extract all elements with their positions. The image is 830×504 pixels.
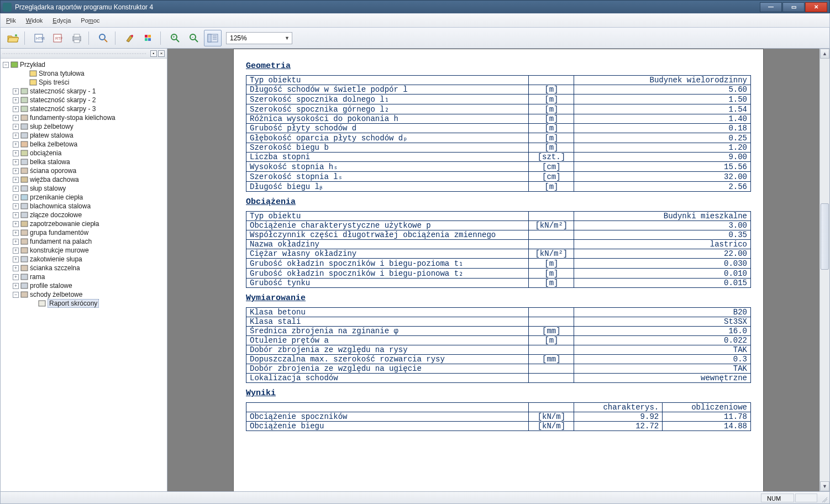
tree-item[interactable]: +rama [2, 272, 166, 281]
vertical-scrollbar[interactable]: ▲ ▼ [820, 49, 829, 491]
svg-rect-40 [21, 186, 28, 191]
svg-text:+: + [172, 34, 175, 40]
svg-rect-7 [74, 40, 80, 43]
svg-rect-52 [21, 292, 28, 297]
table-wymiarowanie: Klasa betonuB20Klasa staliSt3SXŚrednica … [246, 307, 751, 383]
print-button[interactable] [68, 30, 86, 46]
export-rtf-button[interactable]: RTF [49, 30, 67, 46]
statusbar: NUM [0, 492, 830, 504]
tree-item[interactable]: +płatew stalowa [2, 131, 166, 140]
tree-item[interactable]: +zapotrzebowanie ciepła [2, 219, 166, 228]
scroll-down-button[interactable]: ▼ [820, 481, 829, 491]
svg-rect-27 [30, 71, 36, 76]
svg-rect-42 [21, 203, 28, 209]
tree-item[interactable]: +ściana oporowa [2, 166, 166, 175]
svg-rect-11 [145, 35, 148, 38]
layout-button[interactable] [204, 30, 222, 46]
tree-item[interactable]: +fundamenty-stopa kielichowa [2, 113, 166, 122]
toolbar: HTML RTF + - 125%▼ [0, 28, 830, 49]
svg-rect-38 [21, 168, 28, 174]
window-title: Przeglądarka raportów programu Konstrukt… [15, 3, 759, 11]
tree-item[interactable]: +stateczność skarpy - 3 [2, 104, 166, 113]
tree-item[interactable]: +słup żelbetowy [2, 122, 166, 131]
scroll-thumb[interactable] [821, 203, 829, 270]
tree-item[interactable]: +konstrukcje murowe [2, 246, 166, 255]
tree-item[interactable]: +stateczność skarpy - 2 [2, 96, 166, 104]
tree-item[interactable]: +grupa fundamentów [2, 228, 166, 237]
svg-rect-31 [21, 106, 28, 112]
report-page: Geometria Typ obiektuBudynek wielorodzin… [233, 49, 764, 491]
highlight-button[interactable] [121, 30, 139, 46]
chevron-down-icon: ▼ [285, 35, 290, 41]
svg-rect-39 [21, 177, 28, 182]
svg-rect-26 [11, 62, 18, 67]
svg-rect-45 [21, 230, 28, 235]
tree-item[interactable]: −schody żelbetowe [2, 290, 166, 299]
tree-pin-button[interactable]: ▪ [150, 50, 157, 57]
svg-point-0 [15, 34, 17, 36]
export-html-button[interactable]: HTML [30, 30, 48, 46]
section-wymiarowanie: Wymiarowanie [246, 293, 751, 303]
tree-item[interactable]: +blachownica stalowa [2, 202, 166, 211]
tree-header: ▪ × [1, 49, 167, 59]
table-geometria: Typ obiektuBudynek wielorodzinnyDługość … [246, 75, 751, 192]
tree-item[interactable]: +stateczność skarpy - 1 [2, 87, 166, 96]
svg-text:RTF: RTF [55, 36, 62, 40]
tree-item[interactable]: +złącze doczołowe [2, 211, 166, 219]
tree-pane: ▪ × −PrzykładStrona tytułowaSpis treści+… [1, 49, 167, 491]
tree-item[interactable]: +belka stalowa [2, 158, 166, 166]
tree-item[interactable]: Strona tytułowa [2, 69, 166, 78]
open-button[interactable] [4, 30, 22, 46]
svg-rect-22 [208, 34, 211, 42]
zoom-combo[interactable]: 125%▼ [226, 32, 292, 44]
svg-rect-46 [21, 239, 28, 244]
table-obciazenia: Typ obiektuBudynki mieszkalneObciążenie … [246, 211, 751, 288]
svg-rect-51 [21, 283, 28, 288]
find-button[interactable] [94, 30, 112, 46]
zoom-out-button[interactable]: - [185, 30, 203, 46]
tree-item[interactable]: Spis treści [2, 78, 166, 87]
tree-item[interactable]: Raport skrócony [2, 299, 166, 308]
tree-item[interactable]: +belka żelbetowa [2, 140, 166, 149]
tree-item[interactable]: +więźba dachowa [2, 175, 166, 184]
tree[interactable]: −PrzykładStrona tytułowaSpis treści+stat… [1, 59, 167, 491]
menu-view[interactable]: Widok [26, 17, 43, 24]
tree-root[interactable]: −Przykład [2, 60, 166, 69]
tree-item[interactable]: +zakotwienie słupa [2, 255, 166, 264]
menubar: Plik Widok Edycja Pomoc [0, 13, 830, 28]
report-viewer[interactable]: Geometria Typ obiektuBudynek wielorodzin… [167, 49, 829, 491]
tree-item[interactable]: +słup stalowy [2, 184, 166, 193]
menu-edit[interactable]: Edycja [52, 17, 71, 24]
close-button[interactable]: ✕ [805, 2, 827, 12]
svg-text:HTML: HTML [36, 36, 45, 40]
svg-rect-50 [21, 274, 28, 280]
zoom-in-button[interactable]: + [166, 30, 184, 46]
svg-line-16 [176, 39, 179, 42]
menu-file[interactable]: Plik [6, 17, 16, 24]
svg-rect-32 [21, 115, 28, 120]
maximize-button[interactable]: ▭ [782, 2, 805, 12]
svg-rect-13 [145, 38, 148, 41]
svg-rect-29 [21, 88, 28, 94]
tree-item[interactable]: +fundament na palach [2, 237, 166, 246]
tree-close-button[interactable]: × [158, 50, 165, 57]
svg-rect-12 [148, 35, 151, 38]
svg-rect-28 [30, 80, 36, 85]
scroll-up-button[interactable]: ▲ [820, 49, 829, 59]
svg-rect-6 [74, 34, 80, 37]
section-geometria: Geometria [246, 61, 751, 71]
status-num: NUM [761, 494, 794, 502]
svg-rect-35 [21, 141, 28, 147]
minimize-button[interactable]: — [760, 2, 782, 12]
svg-rect-37 [21, 159, 28, 165]
tree-item[interactable]: +profile stalowe [2, 281, 166, 290]
resize-grip[interactable] [818, 494, 827, 502]
tree-item[interactable]: +obciążenia [2, 149, 166, 158]
section-obciazenia: Obciążenia [246, 197, 751, 207]
svg-rect-34 [21, 133, 28, 138]
colors-button[interactable] [140, 30, 157, 46]
svg-line-19 [195, 39, 198, 42]
tree-item[interactable]: +przenikanie ciepła [2, 193, 166, 202]
tree-item[interactable]: +ścianka szczelna [2, 264, 166, 272]
menu-help[interactable]: Pomoc [81, 17, 99, 24]
